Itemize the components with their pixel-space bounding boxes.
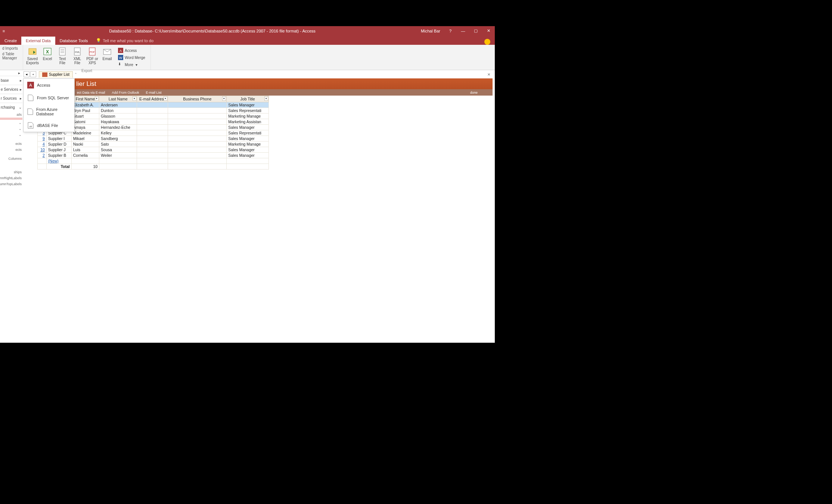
- cell[interactable]: [168, 147, 227, 153]
- cell[interactable]: [168, 153, 227, 158]
- cell[interactable]: [168, 125, 227, 130]
- close-tab-icon[interactable]: ✕: [485, 72, 493, 77]
- column-filter-icon[interactable]: ▾: [133, 96, 136, 101]
- nav-item[interactable]: ects: [0, 147, 22, 153]
- cell[interactable]: Weiler: [99, 153, 137, 158]
- cell[interactable]: Madeleine: [71, 130, 99, 136]
- export-pdf-button[interactable]: PDF PDF or XPS: [85, 46, 99, 69]
- linked-table-manager-button[interactable]: d Table Manager: [2, 52, 21, 60]
- id-cell[interactable]: 4: [38, 141, 47, 147]
- cell[interactable]: Marketing Manage: [227, 113, 269, 119]
- export-access-button[interactable]: AAccess: [117, 47, 147, 54]
- cell[interactable]: Hayakawa: [99, 119, 137, 125]
- new-row[interactable]: (New): [38, 158, 269, 164]
- nav-section[interactable]: e Services▸: [0, 85, 22, 94]
- cell[interactable]: Kelley: [99, 130, 137, 136]
- column-header[interactable]: First Name▾: [71, 96, 99, 102]
- cell[interactable]: Sales Manager: [227, 102, 269, 108]
- column-filter-icon[interactable]: ▾: [95, 96, 99, 101]
- export-excel-button[interactable]: X Excel: [40, 46, 55, 69]
- link-email-list[interactable]: E-mail List: [146, 91, 162, 94]
- saved-exports-button[interactable]: Saved Exports: [25, 46, 40, 69]
- cell[interactable]: Sandberg: [99, 136, 137, 141]
- link-done[interactable]: done: [470, 91, 478, 94]
- nav-section[interactable]: rchasing⌄: [0, 103, 22, 112]
- export-email-button[interactable]: Email: [100, 46, 114, 69]
- nav-item[interactable]: Columns: [0, 156, 22, 162]
- cell[interactable]: Supplier D: [46, 141, 71, 147]
- cell[interactable]: Supplier B: [46, 153, 71, 158]
- nav-item[interactable]: ⌄: [0, 132, 22, 138]
- cell[interactable]: [137, 141, 168, 147]
- cell[interactable]: Sousa: [99, 147, 137, 153]
- system-menu-icon[interactable]: ≡: [0, 26, 7, 35]
- id-cell[interactable]: 9: [38, 136, 47, 141]
- cell[interactable]: Marketing Assistan: [227, 119, 269, 125]
- cell[interactable]: Sales Manager: [227, 125, 269, 130]
- tab-supplier-list[interactable]: Supplier List: [39, 71, 73, 78]
- saved-imports-button[interactable]: d Imports: [2, 46, 21, 50]
- link-add-from-outlook[interactable]: Add From Outlook: [112, 91, 139, 94]
- cell[interactable]: Naoki: [71, 141, 99, 147]
- table-row[interactable]: 10Supplier JLuisSousaSales Manager: [38, 147, 269, 153]
- cell[interactable]: Bryn Paul: [71, 108, 99, 113]
- cell[interactable]: Hernandez-Eche: [99, 125, 137, 130]
- table-row[interactable]: 9Supplier IMikaelSandbergSales Manager: [38, 136, 269, 141]
- id-cell[interactable]: 2: [38, 153, 47, 158]
- cell[interactable]: Dunton: [99, 108, 137, 113]
- column-header[interactable]: Last Name▾: [99, 96, 137, 102]
- nav-item[interactable]: lumnRightLabels: [0, 175, 22, 181]
- export-more-button[interactable]: ⬇More▾: [117, 61, 147, 68]
- cell[interactable]: [168, 119, 227, 125]
- tab-external-data[interactable]: External Data: [21, 37, 55, 45]
- table-row[interactable]: 4Supplier DNaokiSatoMarketing Manage: [38, 141, 269, 147]
- cell[interactable]: Cornelia: [71, 153, 99, 158]
- cell[interactable]: [168, 108, 227, 113]
- cell[interactable]: Amaya: [71, 125, 99, 130]
- nav-item[interactable]: ships: [0, 169, 22, 175]
- ribbon-collapse-icon[interactable]: ⌃: [73, 72, 79, 76]
- cell[interactable]: [137, 153, 168, 158]
- help-icon[interactable]: ?: [444, 26, 457, 35]
- cell[interactable]: Elizabeth A.: [71, 102, 99, 108]
- menu-item-sql-server[interactable]: From SQL Server: [24, 91, 74, 104]
- tab-database-tools[interactable]: Database Tools: [55, 37, 93, 45]
- tell-me[interactable]: 💡 Tell me what you want to do: [92, 36, 157, 45]
- user-name[interactable]: Michal Bar: [417, 29, 444, 33]
- menu-item-access[interactable]: A Access: [24, 79, 74, 91]
- cell[interactable]: [137, 113, 168, 119]
- nav-item[interactable]: ects: [0, 141, 22, 147]
- cell[interactable]: Sales Manager: [227, 147, 269, 153]
- cell[interactable]: [137, 125, 168, 130]
- maximize-icon[interactable]: ▢: [469, 26, 482, 35]
- cell[interactable]: [168, 141, 227, 147]
- new-row-label[interactable]: (New): [46, 158, 71, 164]
- cell[interactable]: Sato: [99, 141, 137, 147]
- nav-item[interactable]: ⌄: [0, 120, 22, 126]
- cell[interactable]: Sales Manager: [227, 136, 269, 141]
- nav-item[interactable]: ails: [0, 112, 22, 118]
- cell[interactable]: [168, 136, 227, 141]
- nav-item[interactable]: lumnTopLabels: [0, 181, 22, 187]
- cell[interactable]: Andersen: [99, 102, 137, 108]
- cell[interactable]: Supplier I: [46, 136, 71, 141]
- cell[interactable]: Marketing Manage: [227, 141, 269, 147]
- cell[interactable]: Mikael: [71, 136, 99, 141]
- cell[interactable]: [137, 102, 168, 108]
- cell[interactable]: Luis: [71, 147, 99, 153]
- id-cell[interactable]: 10: [38, 147, 47, 153]
- close-icon[interactable]: ✕: [482, 26, 495, 35]
- nav-section[interactable]: base▸: [0, 76, 22, 85]
- nav-back-icon[interactable]: ◄: [24, 71, 30, 77]
- column-filter-icon[interactable]: ▾: [164, 96, 167, 101]
- cell[interactable]: Satomi: [71, 119, 99, 125]
- cell[interactable]: Supplier J: [46, 147, 71, 153]
- cell[interactable]: [137, 147, 168, 153]
- column-header[interactable]: Business Phone▾: [168, 96, 227, 102]
- nav-shutter-icon[interactable]: «: [30, 71, 36, 77]
- export-text-button[interactable]: Text File: [55, 46, 69, 69]
- column-filter-icon[interactable]: ▾: [264, 96, 268, 101]
- table-row[interactable]: 2Supplier BCorneliaWeilerSales Manager: [38, 153, 269, 158]
- cell[interactable]: [137, 130, 168, 136]
- nav-expand-icon[interactable]: ▸: [16, 70, 22, 76]
